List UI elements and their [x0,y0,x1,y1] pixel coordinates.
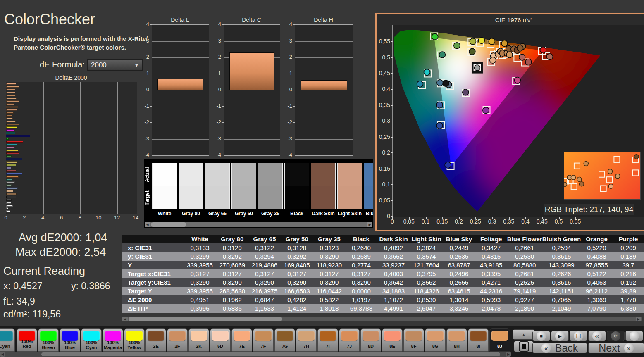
patch-tab-2e[interactable]: 2E [145,328,166,352]
patch-tab-2f[interactable]: 2F [167,328,188,352]
y-tick [391,73,393,74]
target-square [633,170,639,176]
y-tick-label: 4 [280,21,292,27]
swatch-blue-sky [364,163,373,209]
cie-zoom-inset [564,152,641,200]
table-cell: 0,4063 [581,278,613,287]
table-cell: 1,8018 [313,304,345,313]
stop-button[interactable]: ■ [532,331,550,341]
measurement-point [501,40,508,46]
patch-tab-label: 7F [253,344,273,349]
scroll-right-icon[interactable]: ▶ [367,222,372,227]
table-row: Target Y339,3955268,5630216,3975166,6503… [122,287,644,295]
swatch-scrollbar-thumb[interactable] [151,222,186,227]
scroll-right-icon[interactable]: ▶ [506,352,511,357]
patch-tab-7g[interactable]: 7G [274,328,295,352]
y-tick-label: 0,55 [377,38,390,45]
patch-tab-8j[interactable]: 8J [489,328,510,352]
current-y: y: 0,3866 [71,281,110,292]
table-scrollbar-thumb[interactable] [129,317,282,321]
table-cell: 0,3290 [313,278,345,287]
table-corner [122,235,184,243]
patch-tab-7i[interactable]: 7I [317,328,338,352]
table-scrollbar[interactable]: ◀ ▶ [122,317,642,321]
x-tick-label: 0,5 [555,218,563,225]
table-cell: 0,3127 [345,269,377,278]
patch-tab-8g[interactable]: 8G [425,328,446,352]
patch-tab-100red[interactable]: 100% Red [17,328,37,352]
table-cell: 0,3290 [313,252,345,261]
patch-tab-100-yellow[interactable]: 100%Yellow [124,328,145,352]
column-header: Bluish Green [542,235,581,243]
table-cell: 339,3955 [184,261,216,269]
patch-tab-8e[interactable]: 8E [382,328,403,352]
scroll-left-icon[interactable]: ◀ [145,222,150,227]
swatch-target [153,186,177,209]
deltae-bar [6,181,15,183]
patch-tab-8d[interactable]: 8D [360,328,381,352]
window-frame-icon [519,341,529,352]
measurement-point [439,52,445,58]
table-cell: 116,0442 [313,287,345,295]
back-button[interactable]: « Back [532,343,587,353]
patch-tab-label: 8I [468,344,488,349]
patch-tab-8f[interactable]: 8F [403,328,424,352]
y-tick [150,57,152,57]
swatch-gray-35 [258,163,283,209]
patch-tab-8i[interactable]: 8I [468,328,489,352]
gridline [224,123,280,123]
scroll-left-icon[interactable]: ◀ [0,352,5,357]
y-tick-label: -2 [209,119,221,125]
table-cell: 0,3642 [377,278,410,287]
measurement-point [437,80,443,86]
x-tick [542,217,543,219]
y-tick-label: 3 [137,38,149,44]
play-icon: ▶ [555,331,565,341]
patch-tab-8h[interactable]: 8H [446,328,467,352]
patch-tab-7f[interactable]: 7F [253,328,274,352]
tab-scrollbar-thumb[interactable] [41,352,500,356]
tab-strip-up-button[interactable]: ▲ [513,329,535,340]
table-cell: 0,4088 [581,252,613,261]
refresh-button[interactable]: ⟳ [607,331,625,341]
target-square [606,177,612,183]
y-tick-label: -4 [137,152,149,158]
patch-tab-100-magenta[interactable]: 100%Magenta [103,328,123,352]
patch-tab-7h[interactable]: 7H [296,328,317,352]
next-button[interactable]: Next » [588,343,644,353]
table-cell: 169,8405 [281,261,313,269]
target-square [601,186,606,191]
delta-chart [295,24,353,156]
play-button[interactable]: ▶ [551,331,569,341]
table-cell: 166,6503 [281,287,313,295]
column-header: Purple [613,235,644,243]
pattern-window-button[interactable] [514,341,534,352]
patch-tab-7e[interactable]: 7E [231,328,252,352]
tab-scrollbar[interactable]: ◀ ▶ [0,352,511,357]
table-cell: 0,3294 [248,252,281,261]
deltae-bar [6,202,11,203]
patch-tab-7j[interactable]: 7J [339,328,360,352]
y-tick [391,184,393,185]
patch-tab-label: 8H [447,344,467,349]
patch-tab-100-green[interactable]: 100%Green [38,328,59,352]
patch-tab-100-cyan[interactable]: 100%Cyan [81,328,102,352]
y-tick [391,169,393,169]
patch-tab-2k[interactable]: 2K [188,328,209,352]
table-cell: 6,330 [613,304,644,313]
patch-tab-100-blue[interactable]: 100%Blue [60,328,80,352]
range-button[interactable]: [··] [570,331,587,341]
actual-target-swatch-strip: Actual Target WhiteGray 80Gray 65Gray 50… [144,159,373,228]
scroll-left-icon[interactable]: ◀ [122,317,128,321]
patch-tab-5d[interactable]: 5D [210,328,231,352]
swatch-dark-skin [311,163,336,209]
blank-button[interactable] [625,331,643,341]
swatch-scrollbar[interactable]: ◀ ▶ [145,222,372,227]
swatch-actual [285,163,309,186]
loop-button[interactable]: ∞ [588,331,606,341]
patch-swatch [470,331,487,341]
table-cell: 0,3128 [281,243,313,252]
patch-tab-cyan[interactable]: Cyan [0,328,15,352]
scroll-right-icon[interactable]: ▶ [636,317,641,321]
gridline [295,139,353,140]
